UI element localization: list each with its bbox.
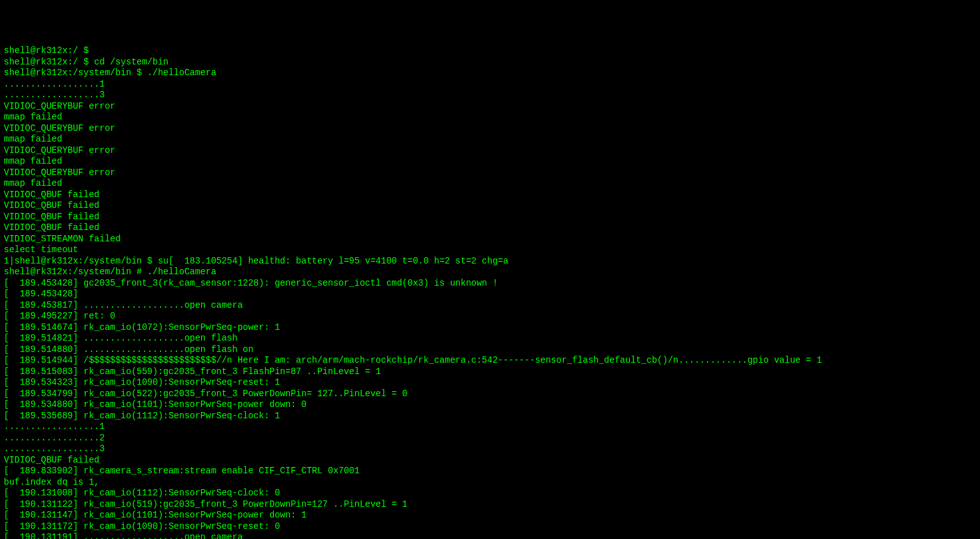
terminal-line: [ 189.515083] rk_cam_io(559):gc2035_fron…	[4, 366, 976, 378]
terminal-line: ..................1	[4, 79, 976, 90]
terminal-line: mmap failed	[4, 156, 976, 167]
terminal-line: 1|shell@rk312x:/system/bin $ su[ 183.105…	[4, 256, 976, 267]
terminal-line: [ 190.131191] ...................open ca…	[4, 532, 976, 539]
terminal-line: [ 190.131172] rk_cam_io(1090):SensorPwrS…	[4, 521, 976, 533]
terminal-line: mmap failed	[4, 112, 976, 123]
terminal-line: [ 189.514674] rk_cam_io(1072):SensorPwrS…	[4, 322, 976, 334]
terminal-line: [ 189.495227] ret: 0	[4, 311, 976, 322]
terminal-line: shell@rk312x:/system/bin # ./helloCamera	[4, 267, 976, 278]
terminal-line: [ 190.131008] rk_cam_io(1112):SensorPwrS…	[4, 488, 976, 499]
terminal-line: [ 190.131122] rk_cam_io(519):gc2035_fron…	[4, 499, 976, 511]
terminal-line: select timeout	[4, 245, 976, 256]
terminal-line: VIDIOC_QUERYBUF error	[4, 123, 976, 135]
terminal-line: ..................1	[4, 421, 976, 433]
terminal-line: ..................2	[4, 433, 976, 444]
terminal-line: VIDIOC_QUERYBUF error	[4, 101, 976, 112]
terminal-line: [ 189.534880] rk_cam_io(1101):SensorPwrS…	[4, 399, 976, 411]
terminal-line: [ 189.534323] rk_cam_io(1090):SensorPwrS…	[4, 377, 976, 389]
terminal-line: shell@rk312x:/ $	[4, 45, 976, 57]
terminal-line: ..................3	[4, 90, 976, 101]
terminal-line: [ 189.535689] rk_cam_io(1112):SensorPwrS…	[4, 411, 976, 422]
terminal-line: mmap failed	[4, 134, 976, 145]
terminal-line: [ 189.514880] ...................open fl…	[4, 344, 976, 356]
terminal-output[interactable]: shell@rk312x:/ $shell@rk312x:/ $ cd /sys…	[4, 45, 976, 539]
terminal-line: VIDIOC_STREAMON failed	[4, 234, 976, 245]
terminal-line: [ 189.514944] /$$$$$$$$$$$$$$$$$$$$$$$$/…	[4, 355, 976, 366]
terminal-line: VIDIOC_QBUF failed	[4, 190, 976, 201]
terminal-line: VIDIOC_QUERYBUF error	[4, 167, 976, 179]
terminal-line: VIDIOC_QUERYBUF error	[4, 145, 976, 157]
terminal-line: [ 189.514821] ...................open fl…	[4, 333, 976, 344]
terminal-line: shell@rk312x:/system/bin $ ./helloCamera	[4, 68, 976, 79]
terminal-line: mmap failed	[4, 178, 976, 190]
terminal-line: [ 189.453428]	[4, 289, 976, 300]
terminal-line: [ 190.131147] rk_cam_io(1101):SensorPwrS…	[4, 510, 976, 521]
terminal-line: VIDIOC_QBUF failed	[4, 455, 976, 466]
terminal-line: ..................3	[4, 444, 976, 455]
terminal-line: [ 189.534799] rk_cam_io(522):gc2035_fron…	[4, 389, 976, 400]
terminal-line: shell@rk312x:/ $ cd /system/bin	[4, 57, 976, 68]
terminal-line: VIDIOC_QBUF failed	[4, 200, 976, 212]
terminal-line: [ 189.453817] ...................open ca…	[4, 300, 976, 312]
terminal-line: VIDIOC_QBUF failed	[4, 222, 976, 234]
terminal-line: VIDIOC_QBUF failed	[4, 212, 976, 223]
terminal-line: buf.index dq is 1,	[4, 477, 976, 488]
terminal-line: [ 189.833902] rk_camera_s_stream:stream …	[4, 466, 976, 477]
terminal-line: [ 189.453428] gc2035_front_3(rk_cam_sens…	[4, 278, 976, 289]
